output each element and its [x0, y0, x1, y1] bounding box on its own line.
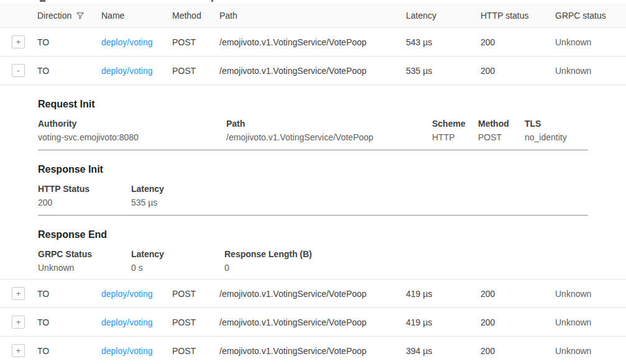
grpc-status-cell: Unknown — [555, 37, 626, 47]
field-label: Path — [226, 119, 432, 129]
column-header-grpc-status: GRPC status — [555, 11, 626, 20]
detail-field: Response Length (B) 0 — [224, 249, 588, 273]
grpc-status-cell: Unknown — [555, 66, 626, 76]
field-value: POST — [478, 132, 525, 143]
method-cell: POST — [172, 37, 219, 47]
field-value: no_identity — [525, 132, 588, 143]
expand-cell: + — [0, 344, 37, 357]
method-cell: POST — [172, 66, 219, 76]
detail-field: Authority voting-svc.emojivoto:8080 — [38, 119, 226, 143]
section-title: Response Init — [38, 163, 588, 175]
resource-link[interactable]: deploy/voting — [101, 346, 153, 356]
request-init-section: Request Init Authority voting-svc.emojiv… — [38, 85, 588, 150]
detail-field: Path /emojivoto.v1.VotingService/VotePoo… — [226, 119, 432, 143]
path-cell: /emojivoto.v1.VotingService/VotePoop — [219, 37, 406, 47]
latency-cell: 419 µs — [406, 317, 481, 327]
field-value: 0 — [224, 263, 588, 273]
method-cell: POST — [172, 346, 219, 356]
detail-field: Latency 535 µs — [131, 184, 588, 208]
resource-link[interactable]: deploy/voting — [101, 289, 153, 299]
column-header-latency: Latency — [406, 11, 481, 20]
cropped-text-remnant — [40, 0, 45, 2]
http-status-cell: 200 — [481, 346, 555, 356]
direction-cell: TO — [37, 66, 101, 76]
field-value: voting-svc.emojivoto:8080 — [38, 132, 226, 143]
table-row: + TO deploy/voting POST /emojivoto.v1.Vo… — [0, 280, 626, 308]
filter-funnel-icon[interactable] — [76, 11, 85, 22]
resource-link[interactable]: deploy/voting — [101, 317, 153, 327]
http-status-cell: 200 — [481, 66, 555, 76]
resource-link[interactable]: deploy/voting — [101, 66, 153, 76]
response-init-section: Response Init HTTP Status 200 Latency 53… — [38, 150, 588, 216]
cropped-top-strip — [0, 0, 626, 4]
field-label: Scheme — [432, 119, 478, 129]
direction-cell: TO — [37, 289, 101, 299]
method-cell: POST — [172, 289, 219, 299]
table-row: + TO deploy/voting POST /emojivoto.v1.Vo… — [0, 28, 626, 57]
table-row-expanded: - TO deploy/voting POST /emojivoto.v1.Vo… — [0, 57, 626, 85]
latency-cell: 543 µs — [406, 37, 481, 47]
field-label: TLS — [525, 119, 588, 129]
detail-field: HTTP Status 200 — [38, 184, 131, 208]
method-cell: POST — [172, 317, 219, 327]
collapse-toggle-button[interactable]: - — [12, 64, 25, 77]
http-status-cell: 200 — [481, 37, 555, 47]
expanded-row-detail: Request Init Authority voting-svc.emojiv… — [0, 85, 626, 280]
field-label: Latency — [131, 249, 224, 260]
response-end-section: Response End GRPC Status Unknown Latency… — [38, 216, 588, 279]
field-label: GRPC Status — [38, 249, 131, 260]
field-label: Authority — [38, 119, 226, 129]
grpc-status-cell: Unknown — [555, 317, 626, 327]
expand-toggle-button[interactable]: + — [12, 35, 25, 48]
tap-results-table: Direction Name Method Path Latency HTTP … — [0, 0, 626, 364]
field-value: 0 s — [131, 263, 224, 273]
table-header-row: Direction Name Method Path Latency HTTP … — [0, 4, 626, 28]
path-cell: /emojivoto.v1.VotingService/VotePoop — [219, 317, 406, 327]
path-cell: /emojivoto.v1.VotingService/VotePoop — [219, 66, 406, 76]
field-value: /emojivoto.v1.VotingService/VotePoop — [226, 132, 432, 143]
column-header-direction: Direction — [37, 10, 101, 22]
column-header-http-status: HTTP status — [481, 11, 555, 20]
field-label: HTTP Status — [38, 184, 131, 194]
detail-field: Scheme HTTP — [432, 119, 478, 143]
expand-toggle-button[interactable]: + — [12, 344, 25, 357]
column-header-method: Method — [172, 11, 219, 20]
resource-link[interactable]: deploy/voting — [101, 37, 153, 47]
path-cell: /emojivoto.v1.VotingService/VotePoop — [219, 346, 406, 356]
expand-cell: + — [0, 287, 37, 300]
direction-cell: TO — [37, 317, 101, 327]
http-status-cell: 200 — [481, 289, 555, 299]
field-label: Latency — [131, 184, 588, 194]
field-value: 200 — [38, 198, 131, 208]
expand-toggle-button[interactable]: + — [12, 316, 25, 329]
field-value: Unknown — [38, 263, 131, 273]
detail-field: Method POST — [478, 119, 525, 143]
latency-cell: 394 µs — [406, 346, 481, 356]
expand-cell: + — [0, 35, 37, 48]
expand-cell: + — [0, 316, 37, 329]
field-label: Method — [478, 119, 525, 129]
detail-field: GRPC Status Unknown — [38, 249, 131, 273]
direction-cell: TO — [37, 37, 101, 47]
table-row: + TO deploy/voting POST /emojivoto.v1.Vo… — [0, 308, 626, 337]
section-title: Request Init — [38, 98, 588, 110]
section-title: Response End — [38, 229, 588, 240]
cropped-text-remnant — [211, 0, 213, 2]
column-header-path: Path — [219, 11, 406, 20]
expand-cell: - — [0, 64, 37, 77]
field-label: Response Length (B) — [224, 249, 588, 260]
table-row: + TO deploy/voting POST /emojivoto.v1.Vo… — [0, 337, 626, 364]
grpc-status-cell: Unknown — [555, 289, 626, 299]
detail-field: Latency 0 s — [131, 249, 224, 273]
http-status-cell: 200 — [481, 317, 555, 327]
path-cell: /emojivoto.v1.VotingService/VotePoop — [219, 289, 406, 299]
latency-cell: 535 µs — [406, 66, 481, 76]
detail-field: TLS no_identity — [525, 119, 588, 143]
field-value: 535 µs — [131, 198, 588, 208]
grpc-status-cell: Unknown — [555, 346, 626, 356]
column-header-name: Name — [101, 11, 172, 20]
column-header-label: Direction — [37, 11, 71, 20]
latency-cell: 419 µs — [406, 289, 481, 299]
expand-toggle-button[interactable]: + — [12, 287, 25, 300]
field-value: HTTP — [432, 132, 478, 143]
